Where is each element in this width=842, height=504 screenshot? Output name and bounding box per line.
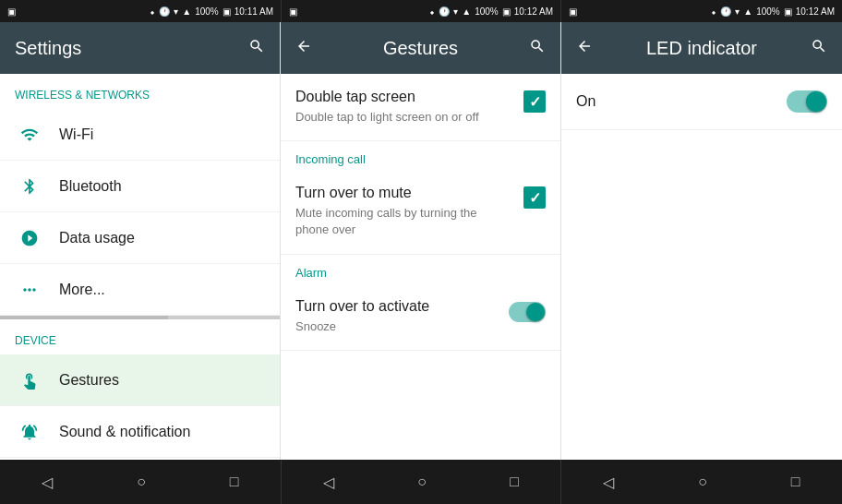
gesture-title-doubletap: Double tap screen	[295, 89, 509, 105]
gesture-item-turnover-mute[interactable]: Turn over to mute Mute incoming calls by…	[281, 170, 560, 254]
gesture-text-alarm: Turn over to activate Snooze	[295, 298, 494, 335]
gesture-item-doubletap[interactable]: Double tap screen Double tap to light sc…	[281, 74, 560, 141]
wifi-r: ▾	[735, 6, 740, 17]
time-right: 10:12 AM	[796, 6, 835, 17]
settings-header: Settings	[0, 22, 280, 74]
checkmark-doubletap: ✓	[529, 93, 541, 111]
gesture-text-doubletap: Double tap screen Double tap to light sc…	[295, 89, 509, 126]
led-item-on[interactable]: On	[561, 74, 842, 130]
menu-item-sound[interactable]: Sound & notification	[0, 406, 280, 458]
status-bar-left: ▣ ⬥ 🕐 ▾ ▲ 100% ▣ 10:11 AM	[0, 0, 281, 22]
screen-icon-l: ▣	[223, 6, 231, 17]
nav-bars: ◁ ○ □ ◁ ○ □ ◁ ○ □	[0, 460, 842, 504]
wifi-icon	[15, 126, 44, 144]
checkbox-mute[interactable]: ✓	[523, 186, 546, 209]
menu-item-gestures[interactable]: Gestures	[0, 354, 280, 406]
alarm-icon-r: 🕐	[720, 6, 731, 17]
battery-pct-r: 100%	[756, 6, 780, 17]
settings-panel: Settings WIRELESS & NETWORKS Wi-Fi Bluet…	[0, 22, 281, 460]
status-bars: ▣ ⬥ 🕐 ▾ ▲ 100% ▣ 10:11 AM ▣ ⬥ 🕐 ▾ ▲ 100%…	[0, 0, 842, 22]
gesture-title-alarm: Turn over to activate	[295, 298, 494, 315]
settings-search-icon[interactable]	[248, 38, 265, 59]
wifi-m: ▾	[453, 6, 458, 17]
led-header: LED indicator	[561, 22, 842, 74]
sound-label: Sound & notification	[59, 424, 190, 440]
gestures-header: Gestures	[281, 22, 560, 74]
gesture-section-alarm: Alarm	[281, 255, 560, 283]
nav-back-right[interactable]: ◁	[603, 474, 614, 491]
nav-recents-mid[interactable]: □	[510, 474, 519, 490]
led-content: On	[561, 74, 842, 460]
wifi-label: Wi-Fi	[59, 126, 93, 143]
nav-bar-right: ◁ ○ □	[561, 460, 842, 504]
gestures-label: Gestures	[59, 372, 119, 389]
menu-item-bluetooth[interactable]: Bluetooth	[0, 161, 280, 212]
led-panel: LED indicator On	[561, 22, 842, 460]
signal-icon-l: ▲	[182, 6, 191, 17]
nav-back-left[interactable]: ◁	[42, 474, 53, 491]
status-bar-right: ▣ ⬥ 🕐 ▾ ▲ 100% ▣ 10:12 AM	[561, 0, 842, 22]
settings-title: Settings	[15, 38, 81, 59]
more-icon	[15, 281, 44, 299]
main-content: Settings WIRELESS & NETWORKS Wi-Fi Bluet…	[0, 22, 842, 460]
screen-icon-r: ▣	[569, 6, 577, 17]
location-icon-l: ⬥	[150, 6, 155, 17]
led-back-icon[interactable]	[576, 38, 593, 59]
checkmark-mute: ✓	[529, 189, 541, 207]
gestures-panel: Gestures Double tap screen Double tap to…	[281, 22, 561, 460]
alarm-icon-m: 🕐	[439, 6, 450, 17]
nav-home-right[interactable]: ○	[698, 474, 707, 490]
signal-r: ▲	[743, 6, 752, 17]
time-left: 10:11 AM	[235, 6, 273, 17]
nav-back-mid[interactable]: ◁	[323, 474, 334, 491]
screen-icon-m: ▣	[289, 6, 297, 17]
menu-item-data[interactable]: Data usage	[0, 212, 280, 264]
location-icon-r: ⬥	[711, 6, 716, 17]
gesture-subtitle-alarm: Snooze	[295, 318, 494, 335]
data-icon	[15, 229, 44, 247]
section-wireless: WIRELESS & NETWORKS	[0, 74, 280, 109]
toggle-alarm[interactable]	[509, 302, 546, 322]
screen-icon-m2: ▣	[502, 6, 511, 17]
gesture-item-turnover-alarm[interactable]: Turn over to activate Snooze	[281, 283, 560, 351]
status-bar-mid: ▣ ⬥ 🕐 ▾ ▲ 100% ▣ 10:12 AM	[281, 0, 561, 22]
gestures-back-icon[interactable]	[295, 38, 312, 59]
led-search-icon[interactable]	[811, 38, 827, 59]
gestures-search-icon[interactable]	[529, 38, 546, 59]
bluetooth-label: Bluetooth	[59, 178, 122, 195]
gesture-subtitle-doubletap: Double tap to light screen on or off	[295, 109, 509, 126]
checkbox-doubletap[interactable]: ✓	[523, 90, 546, 113]
gestures-content: Double tap screen Double tap to light sc…	[281, 74, 560, 460]
section-device: DEVICE	[0, 319, 280, 354]
nav-recents-right[interactable]: □	[791, 474, 800, 490]
gesture-section-incoming: Incoming call	[281, 141, 560, 170]
bluetooth-icon	[15, 177, 44, 196]
screen-icon-r2: ▣	[784, 6, 792, 17]
led-title: LED indicator	[646, 38, 757, 59]
gestures-title: Gestures	[383, 38, 458, 59]
battery-pct-l: 100%	[195, 6, 219, 17]
status-right-left: ⬥ 🕐 ▾ ▲ 100% ▣ 10:11 AM	[150, 6, 273, 17]
alarm-icon-l: 🕐	[159, 6, 170, 17]
nav-bar-left: ◁ ○ □	[0, 460, 281, 504]
settings-content: WIRELESS & NETWORKS Wi-Fi Bluetooth Data…	[0, 74, 280, 460]
signal-m: ▲	[462, 6, 471, 17]
more-label: More...	[59, 282, 105, 298]
toggle-led-on[interactable]	[787, 90, 827, 113]
menu-item-more[interactable]: More...	[0, 264, 280, 316]
wifi-icon-l: ▾	[174, 6, 178, 17]
menu-item-wifi[interactable]: Wi-Fi	[0, 109, 280, 161]
nav-bar-mid: ◁ ○ □	[281, 460, 561, 504]
nav-home-mid[interactable]: ○	[417, 474, 427, 490]
data-label: Data usage	[59, 230, 135, 246]
led-on-label: On	[576, 93, 595, 110]
location-icon-m: ⬥	[429, 6, 435, 17]
nav-home-left[interactable]: ○	[137, 474, 146, 490]
gesture-subtitle-mute: Mute incoming calls by turning the phone…	[295, 205, 509, 238]
status-icons-left: ▣	[7, 6, 16, 17]
time-mid: 10:12 AM	[514, 6, 553, 17]
sound-icon	[15, 423, 44, 441]
nav-recents-left[interactable]: □	[230, 474, 239, 490]
gesture-title-mute: Turn over to mute	[295, 185, 509, 201]
battery-pct-m: 100%	[475, 6, 499, 17]
